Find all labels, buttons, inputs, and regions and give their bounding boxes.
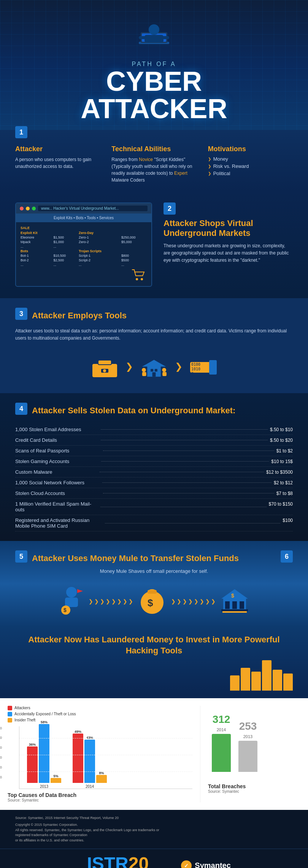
legend-exposed: Accidentally Exposed / Theft or Loss [8,712,192,716]
legend-dot-blue [8,712,12,716]
y-axis: 0 10 20 30 40 50 60 [0,726,2,789]
browser-window: www... Hacker's Virtual Underground Mark… [15,202,152,287]
section3-title: Attacker Employs Tools [32,311,127,321]
breach-year-2013: 2013 [243,734,252,739]
svg-text:0100: 0100 [191,362,200,367]
browser-url: www... Hacker's Virtual Underground Mark… [38,206,148,211]
tech-title: Technical Abilities [111,145,196,153]
breach-2013: 253 2013 [238,720,257,772]
svg-rect-39 [232,601,237,609]
step5-badge: 5 [15,550,27,563]
svg-text:0: 0 [191,372,194,376]
bars-container: 36% 58% 5% 2013 [19,726,192,789]
bar-2014-orange: 8% [96,771,107,783]
attacker-col: Attacker A person who uses computers to … [15,145,100,183]
svg-rect-35 [148,590,157,594]
header-section: PATH OF A CYBER ATTACKER [0,0,308,130]
step1-badge: 1 [15,126,27,138]
legend-dot-orange [8,718,12,723]
money-flow: $ ❯❯❯ ❯❯❯ ❯❯ $ ❯❯❯ ❯❯❯ ❯❯ [15,582,293,621]
arrow1-icon: ❯ [125,361,133,372]
svg-rect-5 [139,36,146,39]
right-chart-title: Total Breaches [208,783,300,789]
right-chart: 312 2014 253 2013 Total Breaches Source:… [200,706,300,802]
motiv-item-money: ❯Money [208,156,293,162]
cart-area [19,267,148,283]
zero-day-prices [120,231,148,235]
motiv-item-risk: ❯Risk vs. Reward [208,163,293,169]
products-table: SALE Exploit Kit Zero-Day Eleonore$1,500… [19,225,148,267]
tech-col: Technical Abilities Ranges from Novice "… [111,145,196,183]
section5-title-area: 5 Attacker Uses Money Mule to Transfer S… [15,550,239,566]
svg-rect-16 [142,372,146,376]
svg-point-7 [136,278,138,280]
svg-point-27 [66,587,77,598]
section3: 3 Attacker Employs Tools Attacker uses t… [0,298,308,393]
bots-label: Bots [19,249,52,253]
istr-main-text: ISTR20 [77,855,158,868]
tech-text: Ranges from Novice "Script Kiddies" (Typ… [111,156,196,183]
section2-text: 2 Attacker Shops Virtual Underground Mar… [164,202,293,264]
laundered-title: Attacker Now Has Laundered Money to Inve… [15,634,293,656]
section5-header: 5 Attacker Uses Money Mule to Transfer S… [15,550,293,566]
bar-chart-container: 0 10 20 30 40 50 60 [8,726,192,789]
svg-rect-43 [222,611,247,613]
browser-content: SALE Exploit Kit Zero-Day Eleonore$1,500… [16,222,151,286]
price-item: 1,000 Social Network Followers $2 to $12 [15,477,293,488]
motivation-list: ❯Money ❯Risk vs. Reward ❯Political [208,156,293,176]
svg-rect-28 [65,598,78,607]
exploit-kit-label: Exploit Kit [19,231,52,235]
copyright-text: Copyright © 2015 Symantec Corporation. A… [15,822,293,843]
istr-logo: ISTR20 INTERNET SECURITY THREAT REPORT [77,855,158,868]
bar-2013-red: 36% [27,743,38,783]
attacker-text: A person who uses computers to gain unau… [15,156,100,170]
breach-year-2014: 2014 [217,727,226,732]
footer-brand: ISTR20 INTERNET SECURITY THREAT REPORT ✓… [0,849,308,868]
chart-area: 36% 58% 5% 2013 [19,726,192,789]
svg-point-17 [162,368,166,372]
person-icon: $ [58,585,85,617]
step2-badge: 2 [164,202,176,215]
svg-point-15 [142,368,146,372]
step6-badge: 6 [281,550,293,563]
left-chart-title: Top Causes of Data Breach [8,792,192,798]
flow-arrows-left: ❯❯❯ ❯❯❯ ❯❯ [89,598,133,604]
price-list: 1,000 Stolen Email Addresses $.50 to $10… [15,424,293,531]
section5-title: Attacker Uses Money Mule to Transfer Sto… [32,553,239,563]
year-2013-label: 2013 [40,784,48,789]
section5: 5 Attacker Uses Money Mule to Transfer S… [0,541,308,627]
breach-count-2013: 253 [239,720,257,732]
price-item: Custom Malware $12 to $3500 [15,467,293,477]
sale-label: SALE [19,225,148,231]
legend-label-exposed: Accidentally Exposed / Theft or Loss [14,712,76,716]
buildings-visual [15,656,293,694]
svg-rect-23 [209,360,217,375]
svg-rect-20 [155,369,157,372]
chevron-icon: ❯ [208,157,211,161]
price-item: Scans of Real Passports $1 to $2 [15,446,293,456]
chevron-icon: ❯ [208,171,211,175]
left-chart: Attackers Accidentally Exposed / Theft o… [8,706,192,802]
price-item: Stolen Cloud Accounts $7 to $8 [15,488,293,499]
svg-rect-19 [151,369,153,372]
section3-text: Attacker uses tools to steal data such a… [15,327,293,342]
bar-2014-red: 49% [73,730,83,783]
symantec-check-icon: ✓ [181,860,192,868]
browser-nav: Exploit Kits • Bots • Tools • Services [16,213,151,222]
bank-icon: $ [219,585,250,617]
browser-dot-green [32,207,36,210]
source-text: Source: Symantec, 2015 Internet Security… [15,816,293,821]
svg-rect-6 [162,36,169,39]
year-2014-label: 2014 [86,784,94,789]
svg-rect-18 [162,372,167,376]
section3-header: 3 Attacker Employs Tools [15,308,293,324]
breach-bar-2013 [238,741,257,772]
motiv-title: Motivations [208,145,293,153]
hacker-figure [131,15,177,61]
people-icon [139,353,169,380]
price-item: Credit Card Details $.50 to $20 [15,435,293,446]
svg-rect-41 [221,609,248,611]
motiv-col: Motivations ❯Money ❯Risk vs. Reward ❯Pol… [208,145,293,183]
right-chart-source: Source: Symantec [208,789,300,794]
bar-2013-orange: 5% [51,774,61,783]
